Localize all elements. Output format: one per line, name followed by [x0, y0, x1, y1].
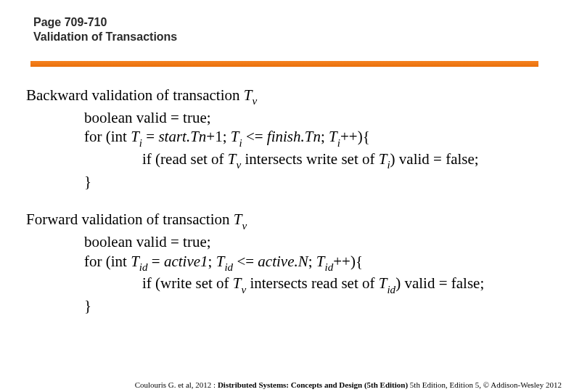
var-T: T — [228, 150, 237, 168]
code-line: } — [26, 296, 549, 316]
text: if (read set of — [142, 150, 228, 168]
var-T: T — [234, 211, 242, 228]
var-T: T — [379, 274, 387, 292]
text: Forward validation of transaction — [26, 211, 234, 228]
var-T: T — [316, 253, 325, 270]
text: = — [142, 128, 158, 145]
var-T: T — [231, 128, 239, 145]
text: ++){ — [333, 253, 363, 270]
code-line: if (read set of Tv intersects write set … — [26, 150, 549, 172]
code-line: boolean valid = true; — [26, 232, 549, 252]
var-T: T — [329, 128, 337, 145]
footer-bold: Distributed Systems: Concepts and Design… — [218, 380, 410, 389]
text: <= — [233, 253, 258, 270]
forward-title-line: Forward validation of transaction Tv — [26, 210, 549, 232]
footer-post: 5th Edition, Edition 5, © Addison-Wesley… — [410, 380, 562, 389]
text: ) valid = false; — [395, 274, 484, 292]
sub-id: id — [325, 261, 334, 273]
page-range: Page 709-710 — [33, 16, 566, 29]
var-T: T — [244, 86, 253, 104]
var-finishTn: finish.Tn — [267, 128, 321, 145]
footer-pre: Coulouris G. et al, 2012 : — [135, 380, 218, 389]
text: if (write set of — [142, 274, 233, 292]
var-T: T — [233, 274, 242, 292]
backward-validation-block: Backward validation of transaction Tv bo… — [26, 86, 549, 191]
var-activeN: active.N — [258, 253, 308, 270]
slide-content: Backward validation of transaction Tv bo… — [26, 86, 549, 335]
sub-id: id — [224, 261, 233, 273]
code-line: if (write set of Tv intersects read set … — [26, 274, 549, 296]
title-underline-bar — [30, 61, 538, 67]
sub-v: v — [241, 284, 246, 295]
text: ; — [308, 253, 316, 270]
var-active1: active1 — [164, 253, 208, 270]
code-line: for (int Ti = start.Tn+1; Ti <= finish.T… — [26, 127, 549, 150]
text: Backward validation of transaction — [26, 86, 244, 104]
text: intersects write set of — [241, 150, 379, 168]
slide-header: Page 709-710 Validation of Transactions — [0, 0, 566, 44]
text: for (int — [84, 128, 131, 145]
text: ) valid = false; — [390, 150, 479, 168]
text: intersects read set of — [246, 274, 379, 292]
backward-title-line: Backward validation of transaction Tv — [26, 86, 549, 108]
forward-validation-block: Forward validation of transaction Tv boo… — [26, 210, 549, 315]
code-line: } — [26, 172, 549, 192]
text: ; — [321, 128, 329, 145]
slide-title: Validation of Transactions — [33, 30, 566, 44]
var-T: T — [131, 253, 139, 270]
text: ++){ — [340, 128, 370, 145]
code-line: boolean valid = true; — [26, 108, 549, 128]
var-T: T — [216, 253, 225, 270]
sub-v: v — [236, 159, 241, 171]
sub-id: id — [387, 284, 395, 295]
citation-footer: Coulouris G. et al, 2012 : Distributed S… — [135, 380, 562, 389]
sub-i: i — [387, 159, 390, 171]
sub-id: id — [139, 261, 148, 273]
code-line: for (int Tid = active1; Tid <= active.N;… — [26, 252, 549, 274]
sub-v: v — [242, 220, 247, 232]
var-T: T — [379, 150, 387, 168]
sub-i: i — [139, 137, 142, 149]
text: <= — [242, 128, 267, 145]
var-T: T — [131, 128, 139, 145]
sub-i: i — [239, 137, 242, 149]
text: for (int — [84, 253, 131, 270]
sub-i: i — [337, 137, 340, 149]
text: = — [148, 253, 164, 270]
sub-v: v — [252, 95, 257, 107]
var-startTn: start.Tn — [158, 128, 206, 145]
text: ; — [208, 253, 216, 270]
text: +1; — [206, 128, 230, 145]
